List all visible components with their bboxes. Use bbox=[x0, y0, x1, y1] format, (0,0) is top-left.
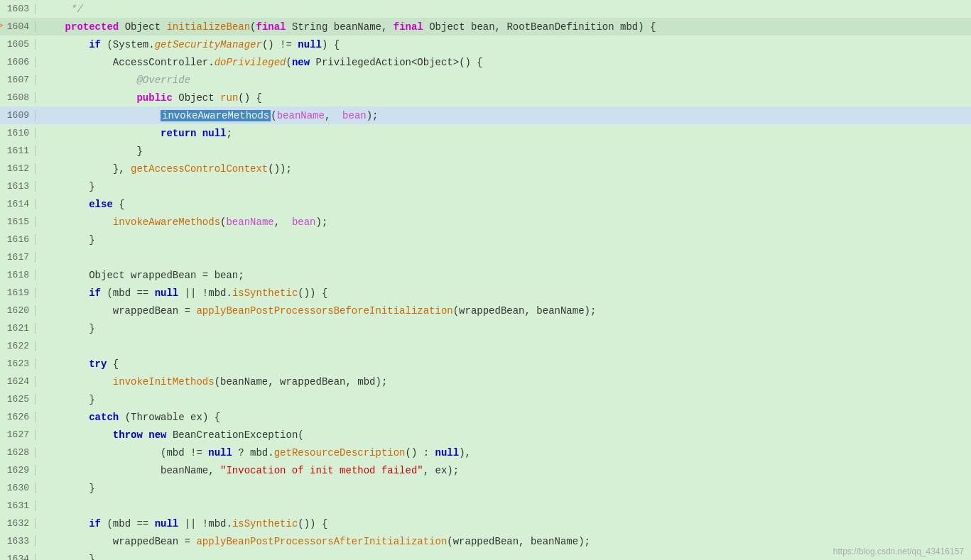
code-line-1614: 1614 else { bbox=[0, 195, 971, 213]
line-num-1629: 1629 bbox=[0, 465, 36, 476]
line-content-1622 bbox=[41, 341, 971, 352]
code-container: 1603 */ 1604-> protected Object initiali… bbox=[0, 0, 971, 560]
code-line-1621: 1621 } bbox=[0, 319, 971, 337]
line-num-1622: 1622 bbox=[0, 341, 36, 351]
code-line-1603: 1603 */ bbox=[0, 0, 971, 18]
line-content-1624: invokeInitMethods(beanName, wrappedBean,… bbox=[41, 376, 971, 388]
line-num-1603: 1603 bbox=[0, 4, 36, 14]
line-num-1614: 1614 bbox=[0, 199, 36, 209]
line-num-1613: 1613 bbox=[0, 181, 36, 192]
code-line-1615: 1615 invokeAwareMethods(beanName, bean); bbox=[0, 213, 971, 231]
line-num-1619: 1619 bbox=[0, 287, 36, 298]
code-line-1631: 1631 bbox=[0, 497, 971, 515]
line-content-1620: wrappedBean = applyBeanPostProcessorsBef… bbox=[41, 305, 971, 317]
line-num-1612: 1612 bbox=[0, 163, 36, 174]
line-content-1628: (mbd != null ? mbd.getResourceDescriptio… bbox=[41, 447, 971, 459]
line-content-1607: @Override bbox=[41, 75, 971, 86]
code-line-1609: 1609 invokeAwareMethods(beanName, bean); bbox=[0, 106, 971, 124]
line-num-1609: 1609 bbox=[0, 110, 36, 121]
code-line-1620: 1620 wrappedBean = applyBeanPostProcesso… bbox=[0, 302, 971, 319]
code-line-1604: 1604-> protected Object initializeBean(f… bbox=[0, 18, 971, 35]
line-content-1603: */ bbox=[41, 4, 971, 15]
line-content-1605: if (System.getSecurityManager() != null)… bbox=[41, 39, 971, 50]
line-content-1634: } bbox=[41, 554, 971, 561]
line-num-1625: 1625 bbox=[0, 394, 36, 405]
line-num-1621: 1621 bbox=[0, 323, 36, 334]
line-content-1609: invokeAwareMethods(beanName, bean); bbox=[41, 110, 971, 121]
code-line-1617: 1617 bbox=[0, 248, 971, 266]
line-num-1607: 1607 bbox=[0, 75, 36, 85]
line-content-1619: if (mbd == null || !mbd.isSynthetic()) { bbox=[41, 287, 971, 299]
code-line-1628: 1628 (mbd != null ? mbd.getResourceDescr… bbox=[0, 444, 971, 461]
code-line-1627: 1627 throw new BeanCreationException( bbox=[0, 426, 971, 444]
watermark: https://blog.csdn.net/qq_43416157 bbox=[833, 547, 964, 556]
line-num-1623: 1623 bbox=[0, 358, 36, 369]
line-content-1618: Object wrappedBean = bean; bbox=[41, 270, 971, 281]
line-content-1611: } bbox=[41, 146, 971, 157]
line-content-1616: } bbox=[41, 234, 971, 246]
line-num-1626: 1626 bbox=[0, 412, 36, 422]
line-num-1605: 1605 bbox=[0, 39, 36, 50]
line-content-1629: beanName, "Invocation of init method fai… bbox=[41, 465, 971, 476]
line-num-1628: 1628 bbox=[0, 447, 36, 458]
line-num-1608: 1608 bbox=[0, 92, 36, 103]
code-line-1618: 1618 Object wrappedBean = bean; bbox=[0, 266, 971, 284]
line-num-1634: 1634 bbox=[0, 554, 36, 560]
code-line-1623: 1623 try { bbox=[0, 355, 971, 373]
code-line-1616: 1616 } bbox=[0, 231, 971, 248]
line-num-1627: 1627 bbox=[0, 429, 36, 440]
code-line-1626: 1626 catch (Throwable ex) { bbox=[0, 408, 971, 426]
line-num-1630: 1630 bbox=[0, 483, 36, 493]
line-content-1631 bbox=[41, 500, 971, 512]
line-content-1613: } bbox=[41, 181, 971, 192]
code-line-1610: 1610 return null; bbox=[0, 124, 971, 142]
code-line-1607: 1607 @Override bbox=[0, 71, 971, 89]
line-num-1617: 1617 bbox=[0, 252, 36, 263]
line-num-1615: 1615 bbox=[0, 216, 36, 227]
code-line-1605: 1605 if (System.getSecurityManager() != … bbox=[0, 35, 971, 53]
line-num-1633: 1633 bbox=[0, 536, 36, 547]
code-line-1606: 1606 AccessController.doPrivileged(new P… bbox=[0, 53, 971, 71]
line-content-1630: } bbox=[41, 483, 971, 494]
code-line-1608: 1608 public Object run() { bbox=[0, 89, 971, 106]
line-num-1620: 1620 bbox=[0, 305, 36, 316]
line-num-1631: 1631 bbox=[0, 500, 36, 511]
code-line-1633: 1633 wrappedBean = applyBeanPostProcesso… bbox=[0, 532, 971, 550]
line-num-1616: 1616 bbox=[0, 234, 36, 245]
line-content-1608: public Object run() { bbox=[41, 92, 971, 104]
line-content-1633: wrappedBean = applyBeanPostProcessorsAft… bbox=[41, 536, 971, 547]
line-num-1632: 1632 bbox=[0, 518, 36, 529]
line-num-1618: 1618 bbox=[0, 270, 36, 280]
line-content-1621: } bbox=[41, 323, 971, 334]
line-content-1614: else { bbox=[41, 199, 971, 210]
code-line-1634: 1634 } bbox=[0, 550, 971, 560]
line-content-1615: invokeAwareMethods(beanName, bean); bbox=[41, 216, 971, 228]
code-line-1632: 1632 if (mbd == null || !mbd.isSynthetic… bbox=[0, 515, 971, 532]
line-num-1610: 1610 bbox=[0, 128, 36, 138]
line-content-1610: return null; bbox=[41, 128, 971, 139]
code-line-1629: 1629 beanName, "Invocation of init metho… bbox=[0, 461, 971, 479]
line-content-1617 bbox=[41, 252, 971, 263]
line-content-1606: AccessController.doPrivileged(new Privil… bbox=[41, 57, 971, 68]
code-line-1622: 1622 bbox=[0, 337, 971, 355]
line-content-1604: protected Object initializeBean(final St… bbox=[41, 21, 971, 33]
line-num-1611: 1611 bbox=[0, 146, 36, 156]
code-line-1611: 1611 } bbox=[0, 142, 971, 160]
code-line-1613: 1613 } bbox=[0, 177, 971, 195]
line-content-1612: }, getAccessControlContext()); bbox=[41, 163, 971, 175]
line-num-1606: 1606 bbox=[0, 57, 36, 67]
line-content-1626: catch (Throwable ex) { bbox=[41, 412, 971, 423]
code-line-1625: 1625 } bbox=[0, 390, 971, 408]
code-line-1612: 1612 }, getAccessControlContext()); bbox=[0, 160, 971, 177]
line-content-1632: if (mbd == null || !mbd.isSynthetic()) { bbox=[41, 518, 971, 529]
code-line-1619: 1619 if (mbd == null || !mbd.isSynthetic… bbox=[0, 284, 971, 302]
line-num-1624: 1624 bbox=[0, 376, 36, 387]
line-content-1625: } bbox=[41, 394, 971, 405]
line-num-1604: 1604-> bbox=[0, 21, 36, 32]
line-content-1623: try { bbox=[41, 358, 971, 370]
code-line-1624: 1624 invokeInitMethods(beanName, wrapped… bbox=[0, 373, 971, 390]
line-content-1627: throw new BeanCreationException( bbox=[41, 429, 971, 441]
code-line-1630: 1630 } bbox=[0, 479, 971, 497]
